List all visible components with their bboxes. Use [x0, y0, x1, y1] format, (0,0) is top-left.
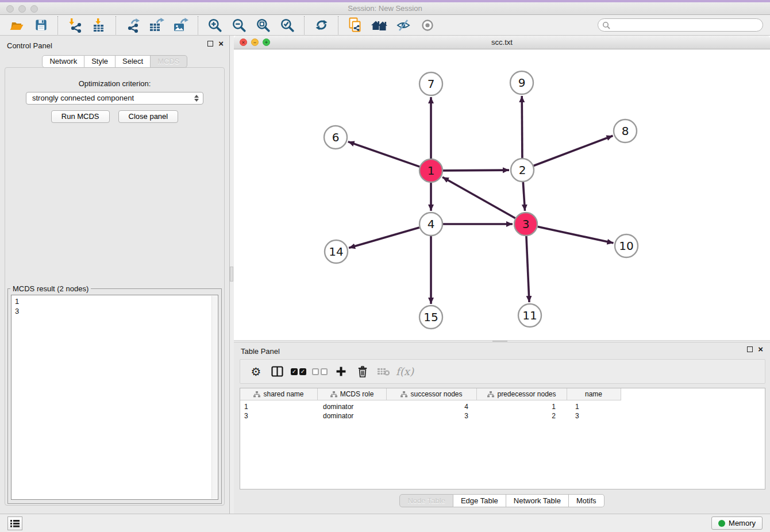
table-settings-button[interactable]: ⚙: [245, 360, 267, 383]
table-row[interactable]: 3dominator323: [240, 411, 765, 421]
deselect-all-columns-button[interactable]: [309, 360, 330, 383]
search-box[interactable]: [598, 18, 763, 32]
tab-select[interactable]: Select: [116, 55, 151, 68]
hide-selected-button[interactable]: [394, 16, 413, 34]
network-canvas[interactable]: 7968124314101511: [234, 49, 770, 340]
export-network-button[interactable]: [124, 16, 142, 34]
graph-node-2[interactable]: 2: [511, 159, 534, 182]
zoom-out-button[interactable]: [230, 16, 248, 34]
splitter-handle[interactable]: [492, 341, 507, 342]
mcds-result-text[interactable]: 1 3: [11, 295, 218, 500]
float-panel-icon[interactable]: [207, 41, 213, 47]
toolbar-separator: [198, 16, 198, 34]
tab-node-table[interactable]: Node Table: [399, 494, 453, 507]
graph-edge-1-2[interactable]: [443, 170, 509, 171]
graph-node-label: 14: [329, 245, 343, 259]
graph-node-label: 15: [424, 310, 438, 324]
memory-status-icon: [718, 520, 725, 527]
task-history-button[interactable]: [7, 516, 22, 530]
graph-node-6[interactable]: 6: [324, 126, 347, 149]
graph-edge-1-6[interactable]: [348, 142, 420, 167]
houses-icon: [370, 19, 388, 32]
graph-edge-2-3[interactable]: [523, 182, 525, 211]
column-header-name[interactable]: name: [567, 388, 620, 400]
show-selected-button[interactable]: [418, 16, 437, 34]
tab-style[interactable]: Style: [84, 55, 116, 68]
column-header-MCDS-role[interactable]: MCDS role: [318, 388, 387, 400]
float-panel-icon[interactable]: [747, 346, 753, 352]
graph-node-11[interactable]: 11: [518, 304, 541, 327]
graph-node-label: 4: [428, 217, 435, 231]
window-title: Session: New Session: [0, 4, 770, 13]
table-row[interactable]: 1dominator411: [240, 402, 765, 411]
export-table-button[interactable]: [148, 16, 166, 34]
control-panel-buttons: ×: [207, 41, 224, 47]
import-table-button[interactable]: [90, 16, 108, 34]
toolbar-separator: [116, 16, 116, 34]
column-header-predecessor-nodes[interactable]: predecessor nodes: [477, 388, 567, 400]
graph-node-8[interactable]: 8: [614, 119, 637, 142]
graph-node-15[interactable]: 15: [419, 306, 442, 329]
tab-network-table[interactable]: Network Table: [506, 494, 569, 507]
tab-mcds[interactable]: MCDS: [151, 55, 187, 68]
close-panel-icon[interactable]: ×: [218, 41, 224, 47]
tab-network[interactable]: Network: [42, 55, 84, 68]
splitter-handle[interactable]: [230, 267, 233, 282]
dropdown-stepper-icon: [192, 95, 201, 102]
open-folder-icon: [9, 19, 24, 32]
search-input[interactable]: [610, 20, 763, 30]
delete-column-button[interactable]: [352, 360, 373, 383]
graph-node-14[interactable]: 14: [325, 240, 348, 263]
refresh-view-button[interactable]: [312, 16, 330, 34]
graph-node-1[interactable]: 1: [419, 159, 442, 182]
graph-edge-2-8[interactable]: [534, 136, 613, 165]
graph-edge-4-14[interactable]: [349, 228, 419, 248]
result-scrollbar[interactable]: [211, 296, 217, 499]
criterion-dropdown[interactable]: strongly connected component: [26, 92, 203, 105]
tab-motifs[interactable]: Motifs: [569, 494, 605, 507]
graph-node-10[interactable]: 10: [615, 234, 638, 257]
network-window-titlebar[interactable]: × − + scc.txt: [234, 36, 770, 49]
zoom-selected-button[interactable]: [278, 16, 297, 34]
criterion-dropdown-value: strongly connected component: [32, 92, 192, 104]
select-all-columns-button[interactable]: ✓✓: [288, 360, 309, 383]
tab-edge-table[interactable]: Edge Table: [453, 494, 506, 507]
graph-node-9[interactable]: 9: [510, 71, 533, 94]
column-header-successor-nodes[interactable]: successor nodes: [387, 388, 477, 400]
plus-icon: [336, 366, 346, 377]
zoom-fit-button[interactable]: [254, 16, 272, 34]
graph-node-7[interactable]: 7: [419, 72, 442, 95]
toolbar-separator: [57, 16, 58, 34]
export-table-icon: [149, 17, 165, 33]
graph-node-label: 7: [428, 77, 435, 91]
run-mcds-button[interactable]: Run MCDS: [51, 110, 110, 123]
network-view-window: × − + scc.txt 7968124314101511: [234, 36, 770, 340]
graph-edge-2-9[interactable]: [522, 96, 522, 158]
graph-edge-3-10[interactable]: [538, 227, 614, 244]
table-toolbar: ⚙ ✓✓: [240, 359, 765, 384]
network-graph: 7968124314101511: [234, 49, 769, 340]
column-header-shared-name[interactable]: shared name: [240, 388, 318, 400]
control-panel: Control Panel × NetworkStyleSelectMCDS O…: [0, 36, 230, 514]
import-network-button[interactable]: [66, 16, 84, 34]
graph-node-4[interactable]: 4: [419, 213, 442, 236]
open-session-button[interactable]: [7, 16, 26, 34]
memory-button[interactable]: Memory: [711, 516, 763, 530]
show-all-button[interactable]: [370, 16, 388, 34]
attribute-icon: [487, 391, 494, 398]
show-columns-button[interactable]: [267, 360, 288, 383]
node-table[interactable]: shared nameMCDS rolesuccessor nodesprede…: [240, 388, 765, 489]
create-column-button[interactable]: [330, 360, 352, 383]
zoom-in-button[interactable]: [206, 16, 224, 34]
graph-node-3[interactable]: 3: [514, 213, 537, 236]
import-network-icon: [67, 17, 83, 33]
save-session-button[interactable]: [32, 16, 50, 34]
close-panel-icon[interactable]: ×: [758, 346, 763, 352]
close-panel-button[interactable]: Close panel: [118, 110, 179, 123]
vertical-splitter[interactable]: [230, 36, 234, 514]
graph-edge-3-11[interactable]: [526, 236, 529, 302]
network-file-button[interactable]: [346, 16, 364, 34]
export-image-button[interactable]: [172, 16, 190, 34]
graph-edge-3-1[interactable]: [442, 177, 515, 218]
table-cell: 1: [477, 403, 567, 411]
